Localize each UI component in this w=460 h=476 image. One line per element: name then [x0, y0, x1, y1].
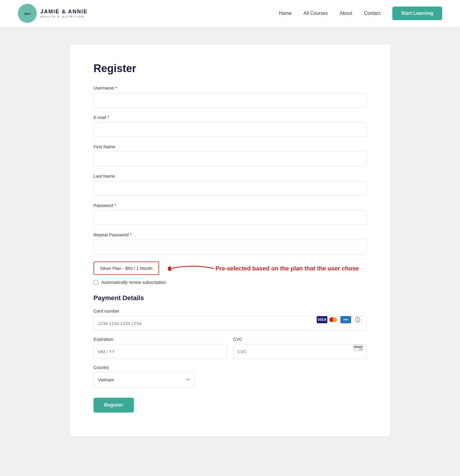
payment-section: Payment Details Card number VISA	[93, 294, 367, 387]
visa-icon: VISA	[317, 316, 327, 323]
first-name-label: First Name	[93, 144, 367, 149]
expiry-group: Expiration	[93, 337, 227, 359]
last-name-input[interactable]	[93, 181, 367, 196]
logo: J&A JAMIE & ANNIE HEALTH & NUTRITION	[18, 4, 88, 23]
auto-renew-label: Automatically renew subscription	[101, 280, 166, 285]
username-group: Username *	[93, 85, 367, 108]
repeat-password-input[interactable]	[93, 240, 367, 254]
email-label: E-mail *	[93, 115, 367, 120]
payment-section-title: Payment Details	[93, 294, 367, 302]
mastercard-icon	[329, 316, 339, 323]
nav-about[interactable]: About	[340, 11, 352, 16]
password-input[interactable]	[93, 210, 367, 225]
expiry-label: Expiration	[93, 337, 227, 342]
diners-icon	[352, 316, 363, 323]
username-label: Username *	[93, 85, 367, 90]
nav-all-courses[interactable]: All Courses	[304, 11, 328, 16]
card-icons: VISA AMEX	[317, 316, 363, 323]
register-card: Register Username * E-mail * First Name …	[70, 44, 390, 436]
arrow-icon	[168, 262, 215, 274]
username-input[interactable]	[93, 93, 367, 108]
logo-sub-text: HEALTH & NUTRITION	[40, 15, 88, 18]
cvc-group: CVC 123	[233, 337, 367, 359]
cvc-input[interactable]	[233, 344, 367, 359]
last-name-label: Last Name	[93, 173, 367, 179]
logo-text: JAMIE & ANNIE HEALTH & NUTRITION	[40, 9, 88, 18]
repeat-password-group: Repeat Password *	[93, 232, 367, 254]
email-group: E-mail *	[93, 115, 367, 137]
nav-home[interactable]: Home	[279, 11, 292, 16]
header: J&A JAMIE & ANNIE HEALTH & NUTRITION Hom…	[0, 0, 460, 27]
nav-menu: Home All Courses About Contact Start Lea…	[279, 7, 442, 20]
expiry-input[interactable]	[93, 344, 227, 359]
register-button[interactable]: Register	[93, 398, 134, 413]
auto-renew-row: Automatically renew subscription	[93, 280, 367, 285]
svg-text:J&A: J&A	[24, 12, 31, 15]
first-name-group: First Name	[93, 144, 367, 166]
start-learning-button[interactable]: Start Learning	[392, 7, 442, 20]
card-number-label: Card number	[93, 308, 367, 313]
country-select[interactable]: Vietnam United States United Kingdom Aus…	[93, 372, 194, 387]
amex-icon: AMEX	[340, 316, 351, 323]
logo-main-text: JAMIE & ANNIE	[40, 9, 88, 15]
main-background: Register Username * E-mail * First Name …	[0, 27, 460, 476]
nav-contact[interactable]: Contact	[364, 11, 380, 16]
last-name-group: Last Name	[93, 173, 367, 196]
plan-annotation-text: Pre-selected based on the plan that the …	[215, 265, 359, 272]
plan-row: Silver Plan - $50 / 1 Month Pre-selected…	[93, 262, 367, 275]
expiry-cvc-row: Expiration CVC 123	[93, 337, 367, 359]
first-name-input[interactable]	[93, 152, 367, 166]
email-input[interactable]	[93, 122, 367, 137]
country-group: Country Vietnam United States United Kin…	[93, 365, 367, 387]
logo-icon: J&A	[18, 4, 37, 23]
cvc-card-icon: 123	[353, 345, 363, 351]
password-label: Password *	[93, 203, 367, 208]
country-label: Country	[93, 365, 367, 370]
auto-renew-checkbox[interactable]	[93, 280, 98, 285]
card-number-group: Card number VISA AMEX	[93, 308, 367, 331]
repeat-password-label: Repeat Password *	[93, 232, 367, 237]
cvc-label: CVC	[233, 337, 367, 342]
plan-box[interactable]: Silver Plan - $50 / 1 Month	[93, 262, 159, 275]
password-group: Password *	[93, 203, 367, 225]
plan-annotation-wrapper: Pre-selected based on the plan that the …	[168, 262, 359, 274]
page-title: Register	[93, 62, 367, 75]
